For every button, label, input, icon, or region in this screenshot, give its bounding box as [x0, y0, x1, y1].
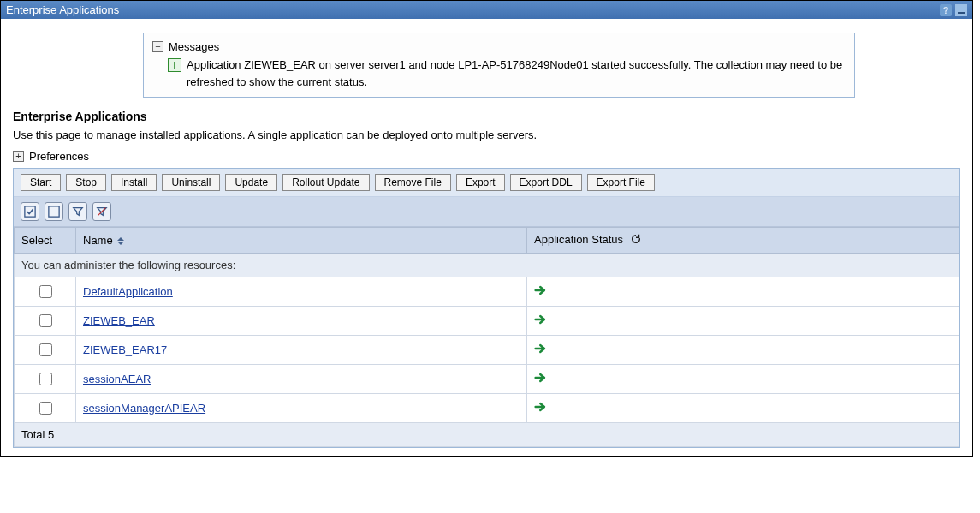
col-select: Select — [15, 228, 76, 254]
info-icon: i — [168, 58, 181, 72]
row-checkbox[interactable] — [39, 343, 52, 356]
section-description: Use this page to manage installed applic… — [13, 128, 960, 141]
table-footer: Total 5 — [15, 423, 959, 447]
table-subheader: You can administer the following resourc… — [15, 254, 959, 277]
filter-icon[interactable] — [68, 202, 87, 221]
rollout-update-button[interactable]: Rollout Update — [282, 174, 369, 191]
stop-button[interactable]: Stop — [66, 174, 106, 191]
export-ddl-button[interactable]: Export DDL — [510, 174, 582, 191]
app-link[interactable]: DefaultApplication — [83, 285, 173, 298]
col-status-label: Application Status — [534, 233, 623, 246]
start-button[interactable]: Start — [21, 174, 61, 191]
row-checkbox[interactable] — [39, 402, 52, 415]
preferences-label: Preferences — [29, 150, 89, 163]
refresh-icon[interactable] — [630, 233, 642, 248]
status-running-icon — [534, 313, 548, 325]
messages-body: Application ZIEWEB_EAR on server server1… — [187, 57, 846, 90]
app-link[interactable]: ZIEWEB_EAR17 — [83, 343, 167, 356]
applications-table: Select Name Application Status — [14, 227, 959, 447]
status-running-icon — [534, 343, 548, 355]
export-file-button[interactable]: Export File — [587, 174, 655, 191]
remove-file-button[interactable]: Remove File — [375, 174, 451, 191]
col-status[interactable]: Application Status — [527, 228, 959, 254]
svg-rect-1 — [49, 206, 59, 217]
app-link[interactable]: ZIEWEB_EAR — [83, 314, 155, 327]
table-row: ZIEWEB_EAR — [15, 307, 959, 336]
status-running-icon — [534, 401, 548, 413]
messages-box: − Messages i Application ZIEWEB_EAR on s… — [143, 33, 855, 98]
col-name[interactable]: Name — [76, 228, 527, 254]
row-checkbox[interactable] — [39, 314, 52, 327]
table-row: sessionManagerAPIEAR — [15, 394, 959, 423]
status-running-icon — [534, 372, 548, 384]
sort-icon — [117, 237, 124, 245]
help-icon[interactable]: ? — [940, 4, 952, 16]
uninstall-button[interactable]: Uninstall — [162, 174, 220, 191]
row-checkbox[interactable] — [39, 373, 52, 385]
status-running-icon — [534, 284, 548, 296]
col-name-label: Name — [83, 234, 113, 247]
deselect-all-icon[interactable] — [45, 202, 63, 221]
selection-toolbar — [14, 197, 959, 227]
install-button[interactable]: Install — [111, 174, 157, 191]
svg-rect-0 — [25, 206, 35, 217]
app-link[interactable]: sessionAEAR — [83, 373, 151, 385]
messages-header: Messages — [169, 40, 219, 53]
select-all-icon[interactable] — [21, 202, 39, 221]
update-button[interactable]: Update — [225, 174, 277, 191]
expand-icon: + — [13, 151, 24, 162]
minimize-icon[interactable] — [955, 4, 967, 16]
section-heading: Enterprise Applications — [13, 110, 960, 123]
row-checkbox[interactable] — [39, 285, 52, 298]
table-row: ZIEWEB_EAR17 — [15, 336, 959, 365]
app-link[interactable]: sessionManagerAPIEAR — [83, 402, 205, 415]
table-row: DefaultApplication — [15, 277, 959, 307]
page-title: Enterprise Applications — [6, 3, 119, 16]
action-toolbar: Start Stop Install Uninstall Update Roll… — [14, 169, 959, 197]
table-row: sessionAEAR — [15, 365, 959, 394]
collapse-icon[interactable]: − — [152, 41, 163, 52]
title-bar: Enterprise Applications ? — [1, 1, 972, 19]
clear-filter-icon[interactable] — [92, 202, 111, 221]
export-button[interactable]: Export — [456, 174, 505, 191]
preferences-toggle[interactable]: + Preferences — [13, 150, 960, 163]
